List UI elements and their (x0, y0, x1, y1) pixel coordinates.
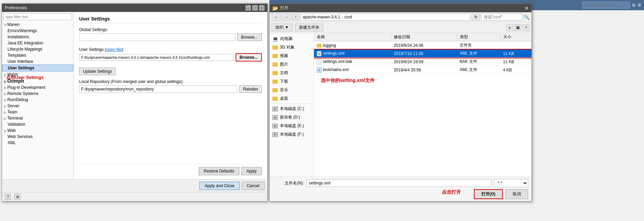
file-cell-name-settings: ⚙settings.xml (314, 50, 391, 58)
open-button[interactable]: 打开(O) (474, 189, 503, 199)
left-item-drive-e[interactable]: E 本地磁盘 (E:) (270, 122, 314, 130)
tree-item-remote-systems[interactable]: Remote Systems (2, 91, 73, 97)
eclipse-settings-btn[interactable]: ⚙ (638, 3, 641, 8)
tree-item-mylyn[interactable]: Mylyn (2, 71, 73, 78)
filename-label: 文件名(N): (273, 180, 304, 186)
user-browse-button[interactable]: Browse... (236, 53, 262, 61)
file-cell-size-toolchains: 4 KB (500, 66, 531, 74)
global-settings-input[interactable] (79, 33, 235, 41)
file-dialog-bottom: 文件名(N): *.* 点击打开 打开(O) 取消 (270, 177, 531, 201)
left-item-music[interactable]: 音乐 (270, 86, 314, 94)
folder-icon-pictures (272, 63, 278, 67)
apply-button[interactable]: Apply (241, 167, 262, 175)
open-file-link[interactable]: open file (106, 47, 121, 52)
tree-item-run-debug[interactable]: Run/Debug (2, 97, 73, 103)
search-input[interactable] (481, 14, 522, 20)
dialog-cancel-button[interactable]: 取消 (506, 189, 528, 199)
view-pane-button[interactable]: ▦ (514, 24, 521, 31)
maximize-button[interactable]: □ (252, 5, 258, 11)
file-table: 名称 修改日期 类型 大小 logging 2019/6/24 16:48 文件… (314, 33, 531, 74)
preferences-tree: Maven Errors/Warnings Installations Java… (2, 12, 74, 179)
tree-item-user-interface[interactable]: User Interface (2, 58, 73, 65)
left-item-video[interactable]: 视频 (270, 52, 314, 60)
help-icon-button[interactable]: ? (523, 24, 529, 31)
search-button[interactable]: 🔍 (524, 14, 529, 20)
tree-item-errors-warnings[interactable]: Errors/Warnings (2, 28, 73, 34)
left-item-documents[interactable]: 文档 (270, 69, 314, 77)
close-button[interactable]: ✕ (259, 5, 265, 11)
tree-item-plugin-dev[interactable]: Plug-in Development (2, 84, 73, 91)
tree-item-lifecycle[interactable]: Lifecycle Mappings (2, 46, 73, 52)
tree-item-team[interactable]: Team (2, 109, 73, 115)
path-part-2[interactable]: conf (344, 15, 352, 19)
filetype-select[interactable]: *.* (494, 179, 528, 187)
settings-button[interactable]: ⚙ (14, 194, 20, 200)
local-repo-input[interactable] (79, 85, 237, 93)
global-settings-section: Global Settings: Browse... (79, 27, 262, 44)
left-item-3d[interactable]: 3D 对象 (270, 43, 314, 52)
tree-item-oomph[interactable]: Oomph (2, 78, 73, 84)
drive-d-label: 新加卷 (D:) (280, 114, 300, 120)
tree-item-web-services[interactable]: Web Services (2, 134, 73, 140)
minimize-button[interactable]: — (245, 5, 251, 11)
file-list: 名称 修改日期 类型 大小 logging 2019/6/24 16:48 文件… (314, 33, 531, 177)
file-table-body: logging 2019/6/24 16:48 文件夹 ⚙settings.xm… (314, 41, 531, 74)
left-item-drive-c[interactable]: C 本地磁盘 (C:) (270, 105, 314, 113)
help-button[interactable]: ? (5, 194, 11, 200)
col-type-header[interactable]: 类型 (457, 33, 500, 41)
tree-item-xml[interactable]: XML (2, 140, 73, 146)
file-dialog-close-button[interactable]: ✕ (525, 5, 529, 11)
reindex-button[interactable]: Reindex (239, 85, 262, 93)
eclipse-perspective-btn[interactable]: ⊞ (632, 3, 635, 8)
new-folder-button[interactable]: 新建文件夹 (295, 24, 323, 31)
cancel-button[interactable]: Cancel (242, 182, 265, 190)
left-item-drive-d[interactable]: D 新加卷 (D:) (270, 113, 314, 122)
filename-input[interactable] (306, 179, 491, 187)
tree-item-server[interactable]: Server (2, 103, 73, 109)
restore-defaults-button[interactable]: Restore Defaults (199, 167, 239, 175)
left-item-downloads[interactable]: 下载 (270, 77, 314, 86)
3d-label: 3D 对象 (280, 44, 295, 50)
tree-item-maven[interactable]: Maven (2, 22, 73, 28)
file-dialog-toolbar: 组织 ▼ 新建文件夹 ≡ ▦ ? (270, 22, 531, 33)
organize-button[interactable]: 组织 ▼ (272, 24, 293, 31)
update-settings-button[interactable]: Update Settings (79, 68, 116, 75)
quick-access-input[interactable] (582, 2, 630, 9)
user-settings-input[interactable] (79, 54, 234, 61)
left-item-desktop[interactable]: 桌面 (270, 94, 314, 103)
col-name-header[interactable]: 名称 (314, 33, 391, 41)
tree-item-installations[interactable]: Installations (2, 34, 73, 40)
nav-forward-button[interactable]: → (282, 14, 291, 20)
tree-item-java-ee[interactable]: Java EE Integration (2, 40, 73, 46)
tree-item-user-settings[interactable]: User Settings (2, 65, 73, 71)
left-item-drive-f[interactable]: F 本地磁盘 (F:) (270, 130, 314, 139)
file-cell-name-bak: 📄settings.xml.bak (314, 58, 391, 66)
nav-back-button[interactable]: ← (272, 14, 281, 20)
apply-close-button[interactable]: Apply and Close (199, 182, 239, 190)
view-list-button[interactable]: ≡ (506, 24, 513, 31)
file-row-settings-xml[interactable]: ⚙settings.xml 2019/7/16 11:06 XML 文件 11 … (314, 50, 531, 58)
folder-icon (317, 44, 321, 47)
col-size-header[interactable]: 大小 (500, 33, 531, 41)
folder-icon-video (272, 54, 278, 58)
documents-label: 文档 (280, 70, 288, 76)
tree-item-templates[interactable]: Templates (2, 52, 73, 58)
left-item-pictures[interactable]: 图片 (270, 60, 314, 69)
preferences-titlebar: Preferences — □ ✕ (2, 4, 267, 12)
col-modified-header[interactable]: 修改日期 (391, 33, 457, 41)
left-item-computer[interactable]: 💻 此电脑 (270, 34, 314, 43)
path-part-1[interactable]: apache-maven-3.6.1 (303, 15, 340, 19)
nav-refresh-button[interactable]: ↻ (472, 14, 480, 20)
filter-input[interactable] (3, 13, 72, 20)
xml-icon-toolchains: ⚙ (317, 67, 321, 73)
file-row-toolchains[interactable]: ⚙toolchains.xml 2019/4/4 20:56 XML 文件 4 … (314, 66, 531, 74)
file-cell-modified-bak: 2019/6/24 19:59 (391, 58, 457, 66)
tree-item-web[interactable]: Web (2, 127, 73, 134)
file-row-logging[interactable]: logging 2019/6/24 16:48 文件夹 (314, 41, 531, 50)
nav-up-button[interactable]: ↑ (292, 14, 299, 20)
tree-item-terminal[interactable]: Terminal (2, 115, 73, 121)
tree-item-validation[interactable]: Validation (2, 121, 73, 127)
file-row-settings-bak[interactable]: 📄settings.xml.bak 2019/6/24 19:59 BAK 文件… (314, 58, 531, 66)
file-dialog-body: 💻 此电脑 3D 对象 视频 图片 文档 下载 (270, 33, 531, 177)
global-browse-button[interactable]: Browse... (237, 33, 262, 41)
